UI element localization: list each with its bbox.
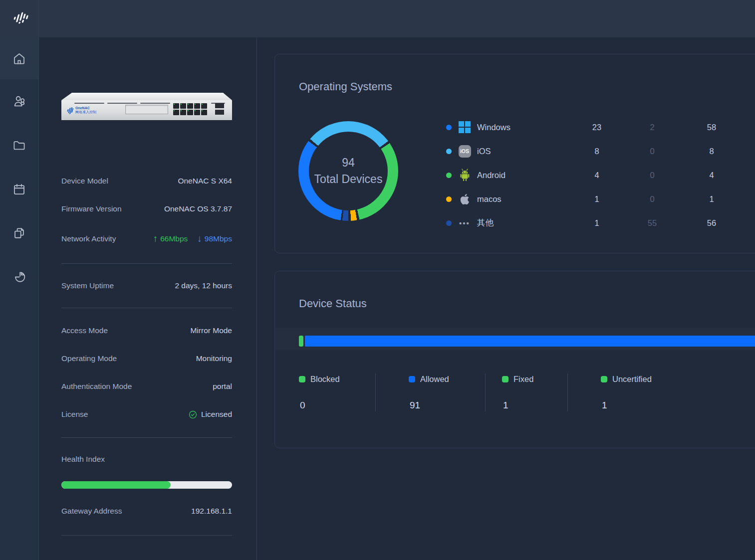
info-row-license: License Licensed <box>61 409 232 420</box>
device-display-slot <box>125 105 168 114</box>
os-legend-row-macos[interactable]: macos 1 0 1 <box>446 187 755 211</box>
status-legend-blocked[interactable]: Blocked <box>299 374 340 384</box>
device-front-face: OneNAC 网络准入控制 <box>61 100 232 120</box>
divider <box>61 535 232 536</box>
info-row-device-model: Device Model OneNAC S X64 <box>61 176 232 187</box>
divider <box>61 263 232 264</box>
os-count-total: 8 <box>696 147 728 156</box>
android-icon <box>458 169 471 182</box>
device-brand-sub: 网络准入控制 <box>75 110 96 114</box>
sidebar-item-users[interactable] <box>0 80 38 122</box>
health-index-label: Health Index <box>61 455 105 464</box>
os-count-b: 0 <box>636 194 668 204</box>
license-value: Licensed <box>189 410 232 419</box>
os-count-a: 8 <box>581 147 613 156</box>
device-status-card: Device Status Blocked Allowed Fixed Unce… <box>274 271 755 448</box>
status-legend-uncertified[interactable]: Uncertified <box>601 374 652 384</box>
sidebar-item-analytics[interactable] <box>0 256 38 298</box>
gateway-label: Gateway Address <box>61 507 122 516</box>
ios-dot <box>446 149 452 154</box>
apple-icon <box>458 192 471 205</box>
fixed-count: 1 <box>503 400 508 411</box>
auth-mode-label: Authentication Mode <box>61 382 132 391</box>
calendar-icon <box>12 183 26 196</box>
os-count-b: 2 <box>636 123 668 132</box>
device-model-value: OneNAC S X64 <box>178 177 232 186</box>
os-count-b: 0 <box>636 171 668 180</box>
os-label: 其他 <box>477 217 494 228</box>
auth-mode-value: portal <box>213 382 232 391</box>
app-logo[interactable] <box>0 0 38 37</box>
device-model-label: Device Model <box>61 177 108 186</box>
sidebar-item-calendar[interactable] <box>0 168 38 210</box>
blocked-label: Blocked <box>310 374 340 384</box>
os-legend-row-ios[interactable]: iOS iOS 8 0 8 <box>446 139 755 163</box>
windows-icon <box>458 121 471 134</box>
health-index-fill <box>61 481 171 489</box>
device-brand-name: OneNAC <box>75 106 96 110</box>
status-bar-segment-allowed <box>305 336 755 347</box>
sidebar-item-home[interactable] <box>0 37 38 79</box>
other-dot <box>446 220 452 226</box>
os-count-total: 1 <box>696 194 728 204</box>
os-legend-row-other[interactable]: ••• 其他 1 55 56 <box>446 211 755 235</box>
info-row-network-activity: Network Activity ↑ 66Mbps ↓ 98Mbps <box>61 233 232 244</box>
operating-mode-label: Operating Mode <box>61 354 117 363</box>
upload-speed: 66Mbps <box>160 234 188 243</box>
info-row-health: Health Index <box>61 454 232 465</box>
sidebar-item-folder[interactable] <box>0 124 38 166</box>
fixed-swatch <box>502 376 508 382</box>
users-icon <box>12 94 26 108</box>
os-count-a: 1 <box>581 194 613 204</box>
os-count-b: 55 <box>636 218 668 228</box>
app-root: OneNAC 网络准入控制 Device Model OneNAC S X64 … <box>0 0 755 560</box>
uncertified-count: 1 <box>602 400 607 411</box>
device-photo: OneNAC 网络准入控制 <box>61 93 232 121</box>
os-label: Android <box>477 171 505 180</box>
device-brand: OneNAC 网络准入控制 <box>67 106 96 115</box>
os-legend-row-android[interactable]: Android 4 0 4 <box>446 163 755 187</box>
device-ethernet-ports <box>173 103 207 115</box>
network-activity-value: ↑ 66Mbps ↓ 98Mbps <box>153 234 232 244</box>
device-sfp-ports <box>215 103 224 115</box>
license-label: License <box>61 410 88 419</box>
sidebar-item-reports[interactable] <box>0 212 38 254</box>
operating-systems-card: Operating Systems 94 Total Devices Windo… <box>274 54 755 253</box>
download-speed: 98Mbps <box>205 234 232 243</box>
os-label: Windows <box>477 123 510 132</box>
allowed-count: 91 <box>410 400 420 411</box>
blocked-swatch <box>299 376 305 382</box>
top-bar <box>0 0 755 37</box>
divider <box>61 437 232 438</box>
macos-dot <box>446 196 452 202</box>
access-mode-label: Access Mode <box>61 326 108 335</box>
ios-icon: iOS <box>458 145 471 158</box>
status-legend-fixed[interactable]: Fixed <box>502 374 533 384</box>
device-brand-logo-icon <box>67 106 73 115</box>
os-legend-row-windows[interactable]: Windows 23 2 58 <box>446 115 755 139</box>
legend-divider <box>375 373 376 411</box>
uncertified-label: Uncertified <box>612 374 652 384</box>
os-count-a: 1 <box>581 218 613 228</box>
uptime-label: System Uptime <box>61 281 114 290</box>
blocked-count: 0 <box>300 400 305 411</box>
os-count-a: 23 <box>581 123 613 132</box>
pages-icon <box>12 226 26 240</box>
fixed-label: Fixed <box>513 374 533 384</box>
health-index-bar <box>61 481 232 489</box>
os-count-total: 58 <box>696 123 728 132</box>
access-mode-value: Mirror Mode <box>190 326 232 335</box>
android-dot <box>446 173 452 178</box>
os-count-total: 56 <box>696 218 728 228</box>
status-legend-allowed[interactable]: Allowed <box>409 374 449 384</box>
os-donut-center: 94 Total Devices <box>309 132 388 210</box>
uptime-value: 2 days, 12 hours <box>175 281 232 290</box>
firmware-value: OneNAC OS 3.7.87 <box>164 204 232 213</box>
network-activity-label: Network Activity <box>61 234 116 243</box>
sidebar-divider <box>38 0 39 560</box>
download-arrow-icon: ↓ <box>197 234 202 243</box>
device-top-face <box>61 93 232 100</box>
pie-chart-icon <box>12 270 26 284</box>
folder-icon <box>12 139 26 152</box>
os-count-a: 4 <box>581 171 613 180</box>
